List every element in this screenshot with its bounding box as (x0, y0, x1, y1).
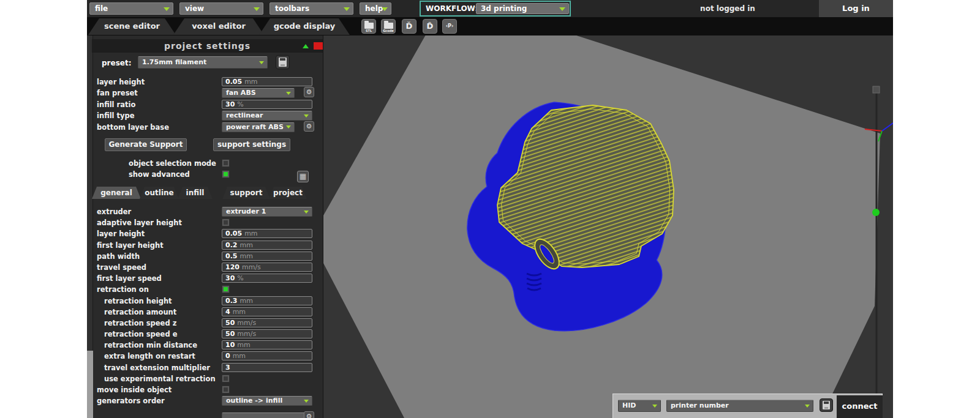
gcode-3d-viewport[interactable] (323, 35, 893, 418)
preset-label: preset: (102, 59, 131, 67)
tab-gcode-display[interactable]: gcode display (259, 18, 350, 35)
object-selection-mode-checkbox[interactable] (222, 159, 230, 167)
field-label: fan preset (97, 88, 138, 99)
chevron-down-icon (344, 7, 350, 11)
workflow-label: WORKFLOW: (426, 4, 478, 13)
tab-voxel-editor[interactable]: voxel editor (173, 18, 264, 35)
gcode-open-icon[interactable]: Gcode (381, 19, 396, 34)
field-label: extruder (97, 206, 131, 217)
field-input[interactable]: 0.2mm (222, 241, 312, 250)
gear-icon[interactable]: ⚙ (304, 411, 314, 418)
field-label: infill type (97, 110, 135, 121)
save-preset-button[interactable] (276, 55, 290, 69)
settings-tab-outline[interactable]: outline (140, 187, 179, 199)
field-input[interactable]: 0.05mm (222, 229, 312, 238)
menu-file[interactable]: file (89, 2, 173, 15)
settings-row: travel speed 120mm/s (87, 262, 323, 273)
field-label: extra length on restart (104, 351, 195, 362)
field-dropdown[interactable]: outline -> infill (222, 396, 312, 406)
field-label: adaptive layer height (97, 217, 182, 228)
field-input[interactable]: 50mm/s (222, 318, 312, 327)
field-dropdown[interactable]: extruder 1 (222, 207, 312, 217)
field-input[interactable]: 10mm (222, 340, 312, 349)
panel-header[interactable]: project settings (92, 39, 323, 53)
field-label: first layer speed (97, 273, 162, 284)
connect-button[interactable]: connect (837, 395, 883, 418)
layer-slider-handle[interactable] (873, 86, 880, 93)
settings-tab-support[interactable]: support (222, 187, 270, 199)
settings-row: retraction amount 4mm (87, 307, 323, 318)
viewport-canvas[interactable] (323, 35, 893, 418)
field-checkbox[interactable] (222, 386, 230, 394)
printer-number-dropdown[interactable]: printer number (666, 400, 813, 412)
menu-toolbars[interactable]: toolbars (270, 2, 353, 15)
menu-help[interactable]: help (360, 2, 391, 15)
field-dropdown[interactable]: power raft ABS (222, 122, 295, 132)
field-input[interactable]: 120mm/s (222, 263, 312, 272)
device-type-dropdown[interactable]: HID (618, 400, 661, 412)
field-input[interactable]: 0.3mm (222, 296, 312, 305)
field-label: retraction on (97, 284, 149, 295)
gear-icon[interactable]: ⚙ (304, 87, 314, 97)
login-button[interactable]: Log in (819, 0, 893, 17)
top-fields: layer height 0.05mm fan preset fan ABS ⚙… (87, 77, 323, 133)
field-input[interactable]: 30% (222, 274, 312, 283)
settings-tab-infill[interactable]: infill (178, 187, 213, 199)
field-input[interactable]: 50mm/s (222, 329, 312, 338)
settings-tab-general[interactable]: general (92, 187, 141, 199)
field-input[interactable]: 0mm (222, 351, 312, 360)
field-label: infill ratio (97, 99, 135, 110)
field-label: use experimental retraction (104, 373, 216, 384)
chevron-down-icon (304, 211, 309, 214)
collapse-icon[interactable] (303, 44, 309, 48)
field-checkbox[interactable] (222, 218, 230, 226)
field-dropdown[interactable]: rectlinear (222, 111, 312, 121)
settings-row: extruder extruder 1 (87, 206, 323, 217)
settings-row: bottom layer base power raft ABS ⚙ (87, 122, 323, 133)
close-icon[interactable] (314, 42, 323, 50)
general-fields: extruder extruder 1 adaptive layer heigh… (87, 206, 323, 406)
floppy-icon (823, 401, 830, 409)
field-input[interactable]: 30% (222, 100, 312, 109)
field-input[interactable]: 4mm (222, 307, 312, 316)
show-advanced-label: show advanced (129, 170, 190, 179)
workflow-dropdown[interactable]: 3d printing (476, 3, 569, 14)
field-checkbox[interactable] (222, 375, 230, 383)
settings-row: layer height 0.05mm (87, 228, 323, 239)
save-connection-button[interactable] (820, 398, 833, 412)
field-label: travel extension multiplier (104, 362, 210, 373)
support-settings-button[interactable]: support settings (213, 138, 290, 151)
settings-row: retraction speed e 50mm/s (87, 329, 323, 340)
object-selection-mode-label: object selection mode (129, 159, 216, 168)
project-settings-panel: project settings preset: 1.75mm filament… (87, 35, 323, 418)
field-input[interactable]: 0.5mm (222, 252, 312, 261)
settings-row: use experimental retraction (87, 373, 323, 384)
menu-view[interactable]: view (179, 2, 263, 15)
settings-tab-project[interactable]: project (269, 187, 307, 199)
field-input[interactable]: 3 (222, 363, 312, 372)
preset-dropdown[interactable]: 1.75mm filament (138, 56, 268, 69)
p-nav-icon[interactable]: ‹P› (442, 19, 457, 34)
settings-row: retraction on (87, 284, 323, 295)
generate-support-button[interactable]: Generate Support (105, 138, 187, 151)
field-input[interactable]: 0.05mm (222, 77, 312, 86)
show-advanced-checkbox[interactable] (222, 170, 230, 178)
field-label: travel speed (97, 262, 146, 273)
printer-connect-panel: HID printer number connect (612, 394, 883, 418)
stl-open-icon[interactable]: STL (361, 19, 376, 34)
tab-scene-editor[interactable]: scene editor (88, 18, 176, 35)
field-dropdown[interactable]: fan ABS (222, 88, 295, 98)
field-checkbox[interactable] (222, 285, 230, 293)
field-label: path width (97, 251, 140, 262)
chevron-down-icon (259, 61, 264, 64)
field-label: first layer height (97, 240, 164, 251)
settings-row: first layer speed 30% (87, 273, 323, 284)
gear-icon[interactable]: ⚙ (304, 121, 314, 132)
settings-table-icon[interactable]: ▦ (297, 171, 309, 182)
settings-row: infill type rectlinear (87, 110, 323, 121)
slider-green-dot[interactable] (872, 209, 880, 216)
d-down-icon[interactable]: Ď (402, 19, 417, 34)
d-up-icon[interactable]: D̂ (423, 19, 437, 34)
field-label: layer height (97, 228, 145, 239)
clipped-field[interactable] (222, 412, 312, 418)
